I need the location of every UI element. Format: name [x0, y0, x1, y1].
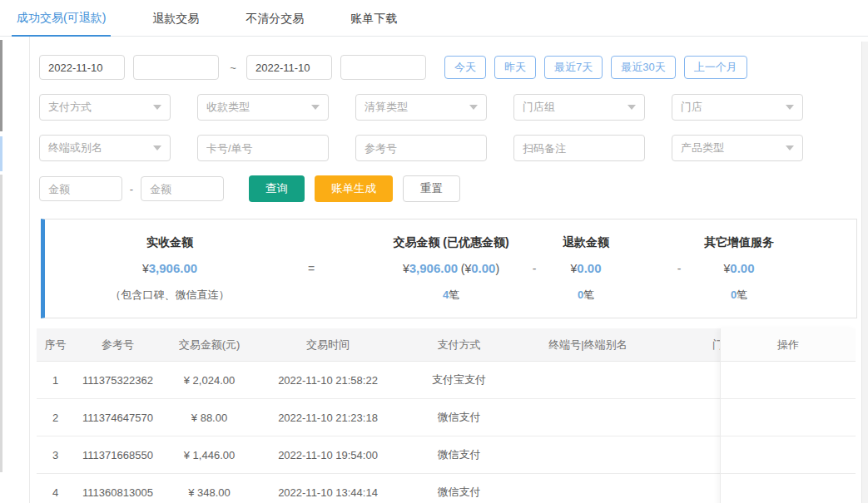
card-number-input[interactable] — [197, 135, 329, 161]
transaction-count: 4笔 — [378, 282, 524, 308]
transaction-amount-value: ¥3,906.00 (¥0.00) — [378, 255, 524, 282]
tab-refund-transactions[interactable]: 退款交易 — [147, 1, 204, 36]
cell-amount: ¥ 88.00 — [161, 399, 257, 436]
left-edge-sliver — [0, 175, 2, 472]
quick-range-buttons: 今天 昨天 最近7天 最近30天 上一个月 — [444, 56, 747, 79]
quick-range-today-button[interactable]: 今天 — [444, 56, 486, 79]
cell-payment-method: 微信支付 — [399, 399, 519, 436]
cell-reference: 111374647570 — [74, 399, 161, 436]
left-edge-sliver-highlight — [0, 136, 2, 171]
cell-time: 2022-11-10 19:54:00 — [257, 436, 399, 473]
reset-button[interactable]: 重置 — [403, 175, 460, 202]
cell-terminal — [519, 399, 657, 436]
received-amount-value: ¥3,906.00 — [45, 255, 295, 282]
header-amount: 交易金额(元) — [161, 328, 257, 361]
value-added-count: 0笔 — [689, 282, 789, 308]
tab-bill-download[interactable]: 账单下载 — [345, 1, 402, 36]
amount-range-separator: - — [122, 183, 141, 195]
chevron-down-icon — [311, 105, 320, 110]
cell-amount: ¥ 348.00 — [161, 474, 257, 503]
refund-amount-value: ¥0.00 — [544, 255, 627, 282]
transaction-amount-summary: 交易金额 (已优惠金额) ¥3,906.00 (¥0.00) 4笔 — [378, 229, 524, 308]
payment-method-select[interactable]: 支付方式 — [39, 94, 171, 121]
chevron-down-icon — [786, 145, 794, 150]
date-filter-row: ~ 今天 昨天 最近7天 最近30天 上一个月 — [39, 55, 868, 80]
transactions-table: 序号 参考号 交易金额(元) 交易时间 支付方式 终端号|终端别名 门店 1 1… — [37, 328, 856, 503]
received-amount-note: （包含口碑、微信直连） — [45, 282, 295, 308]
chevron-down-icon — [153, 145, 161, 150]
bill-generate-button[interactable]: 账单生成 — [315, 175, 393, 202]
quick-range-last7days-button[interactable]: 最近7天 — [544, 56, 603, 79]
end-date-input[interactable] — [246, 55, 332, 80]
cell-payment-method: 支付宝支付 — [399, 362, 519, 398]
cell-reference: 111371668550 — [74, 436, 161, 473]
cell-amount: ¥ 1,446.00 — [161, 436, 257, 473]
quick-range-last30days-button[interactable]: 最近30天 — [611, 56, 675, 79]
cell-time: 2022-11-10 21:58:22 — [257, 362, 399, 398]
value-added-value: ¥0.00 — [689, 255, 789, 282]
summary-panel: 实收金额 ¥3,906.00 （包含口碑、微信直连） = 交易金额 (已优惠金额… — [41, 219, 857, 318]
cell-action — [721, 362, 856, 399]
received-amount-summary: 实收金额 ¥3,906.00 （包含口碑、微信直连） — [45, 229, 295, 308]
cell-terminal — [519, 436, 657, 473]
header-time: 交易时间 — [257, 328, 399, 361]
transaction-query-page: 成功交易(可退款) 退款交易 不清分交易 账单下载 ~ 今天 昨天 最近7天 最… — [0, 0, 868, 503]
header-reference: 参考号 — [74, 328, 161, 361]
scan-code-note-input[interactable] — [513, 135, 645, 161]
fixed-action-column: 操作 — [720, 328, 856, 503]
store-group-select[interactable]: 门店组 — [513, 94, 645, 121]
end-time-input[interactable] — [340, 55, 426, 80]
cell-time: 2022-11-10 21:23:18 — [257, 399, 399, 436]
store-select[interactable]: 门店 — [672, 94, 803, 121]
quick-range-last-month-button[interactable]: 上一个月 — [684, 56, 747, 79]
date-range-separator: ~ — [227, 62, 239, 74]
terminal-alias-select[interactable]: 终端或别名 — [39, 135, 171, 161]
cell-terminal — [519, 362, 657, 398]
amount-min-input[interactable] — [39, 176, 122, 201]
query-button[interactable]: 查询 — [249, 175, 305, 202]
left-edge-sliver — [0, 40, 2, 131]
amount-max-input[interactable] — [141, 176, 224, 201]
cell-payment-method: 微信支付 — [399, 474, 519, 503]
product-type-select[interactable]: 产品类型 — [672, 135, 803, 161]
equals-separator: = — [295, 229, 328, 308]
cell-index: 3 — [37, 436, 74, 473]
cell-amount: ¥ 2,024.00 — [161, 362, 257, 398]
start-date-input[interactable] — [39, 55, 125, 80]
refund-amount-summary: 退款金额 ¥0.00 0笔 — [544, 229, 627, 308]
tab-success-transactions[interactable]: 成功交易(可退款) — [12, 0, 111, 37]
value-added-summary: 其它增值服务 ¥0.00 0笔 — [689, 229, 789, 308]
cell-payment-method: 微信支付 — [399, 436, 519, 473]
select-filter-row: 支付方式 收款类型 清算类型 门店组 门店 — [39, 94, 868, 121]
minus-separator: - — [669, 229, 689, 308]
filter-and-results-panel: ~ 今天 昨天 最近7天 最近30天 上一个月 支付方式 收款类型 清算类型 — [29, 37, 868, 503]
cell-action — [721, 399, 856, 436]
payee-type-select[interactable]: 收款类型 — [197, 94, 329, 121]
text-filter-row: 终端或别名 产品类型 — [39, 135, 868, 161]
reference-number-input[interactable] — [355, 135, 487, 161]
start-time-input[interactable] — [133, 55, 219, 80]
minus-separator: - — [524, 229, 544, 308]
header-index: 序号 — [37, 328, 74, 361]
cell-index: 2 — [37, 399, 74, 436]
header-payment-method: 支付方式 — [399, 328, 519, 361]
chevron-down-icon — [153, 105, 161, 110]
cell-terminal — [519, 474, 657, 503]
vertical-scrollbar-track — [861, 42, 868, 503]
chevron-down-icon — [786, 105, 794, 110]
cell-index: 1 — [37, 362, 74, 398]
received-amount-label: 实收金额 — [45, 229, 295, 255]
value-added-label: 其它增值服务 — [689, 229, 789, 255]
tab-unsettled-transactions[interactable]: 不清分交易 — [241, 1, 309, 36]
quick-range-yesterday-button[interactable]: 昨天 — [494, 56, 536, 79]
settlement-type-select[interactable]: 清算类型 — [355, 94, 487, 121]
transaction-amount-label: 交易金额 (已优惠金额) — [378, 229, 524, 255]
header-action: 操作 — [721, 328, 856, 362]
cell-action — [721, 436, 856, 474]
refund-count: 0笔 — [544, 282, 627, 308]
tab-bar: 成功交易(可退款) 退款交易 不清分交易 账单下载 — [0, 0, 868, 37]
chevron-down-icon — [469, 105, 478, 110]
cell-time: 2022-11-10 13:44:14 — [257, 474, 399, 503]
chevron-down-icon — [627, 105, 636, 110]
cell-reference: 111375322362 — [74, 362, 161, 398]
